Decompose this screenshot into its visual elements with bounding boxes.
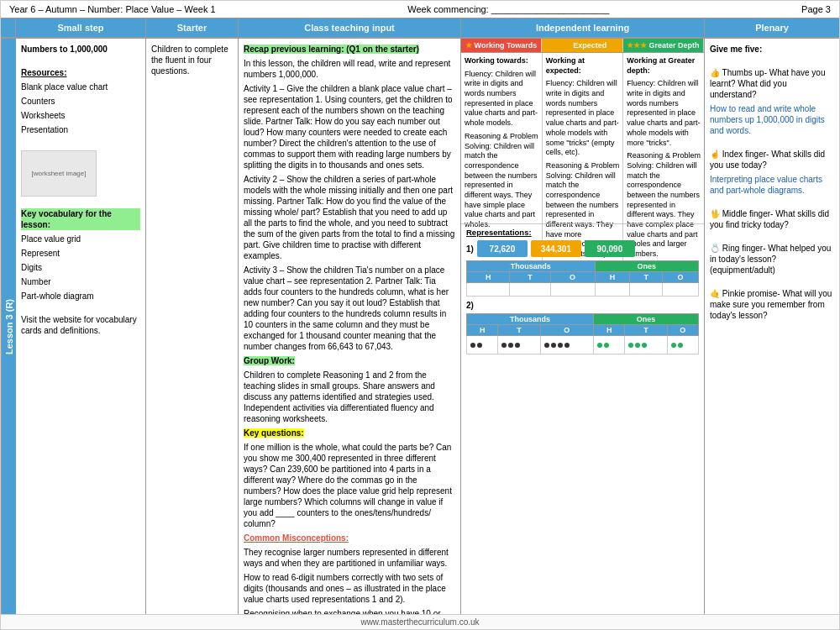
td-1 (467, 283, 510, 297)
th-O2: O (663, 272, 699, 283)
index-emoji: ☝️ (710, 150, 720, 159)
vocab-1: Place value grid (21, 234, 140, 244)
vocab-highlight: Key vocabulary for the lesson: (21, 208, 140, 230)
small-step-column: Numbers to 1,000,000 Resources: Blank pl… (16, 39, 146, 614)
col-header-plenary: Plenary (705, 18, 839, 37)
starter-column: Children to complete the fluent in four … (146, 39, 239, 614)
rep-1-val-2: 344,301 (531, 240, 581, 257)
vocab-4: Number (21, 276, 140, 287)
pinkie-emoji: 🤙 (710, 289, 720, 298)
exp-fluency: Fluency: Children will write in digits a… (546, 79, 620, 158)
key-questions-text: If one million is the whole, what could … (244, 442, 455, 529)
dot-cell-4 (593, 336, 624, 354)
teaching-activity1: Activity 1 – Give the children a blank p… (244, 83, 455, 171)
th2-T2: T (625, 325, 667, 336)
place-value-table-2: Thousands Ones H T O H T O (466, 313, 699, 354)
working-towards-header: ★ Working Towards (461, 39, 542, 52)
ring-emoji: 💍 (710, 244, 720, 253)
representations-label: Representations: (466, 228, 699, 238)
dot-cell-1 (467, 336, 498, 354)
content-row: Numbers to 1,000,000 Resources: Blank pl… (16, 39, 839, 614)
th2-O1: O (540, 325, 593, 336)
footer-url: www.masterthecurriculum.co.uk (360, 617, 479, 627)
give-five: Give me five: (710, 44, 834, 55)
col-header-teaching: Class teaching input (239, 18, 461, 37)
independent-headers: ★ Working Towards ★★ Expected ★★★ Greate… (461, 39, 704, 53)
thousands-header-2: Thousands (467, 314, 594, 325)
plenary-column: Give me five: 👍 Thumbs up- What have you… (705, 39, 839, 614)
recap-label: Recap previous learning: (Q1 on the star… (244, 45, 419, 54)
independent-column: ★ Working Towards ★★ Expected ★★★ Greate… (461, 39, 705, 614)
col-header-starter: Starter (146, 18, 239, 37)
middle-line: 🖖 Middle finger- What skills did you fin… (710, 208, 834, 230)
page-header: Year 6 – Autumn – Number: Place Value – … (1, 1, 839, 18)
page-container: Year 6 – Autumn – Number: Place Value – … (0, 0, 840, 630)
pinkie-label: Pinkie promise- What will you make sure … (710, 289, 832, 320)
resource-4: Presentation (21, 124, 140, 135)
td-5 (630, 283, 663, 297)
main-content: Lesson 3 (R) Numbers to 1,000,000 Resour… (1, 39, 839, 614)
misconceptions-label: Common Misconceptions: (244, 533, 349, 543)
index-link: Interpreting place value charts and part… (710, 174, 834, 196)
rep-1-val-3: 90,090 (585, 240, 635, 257)
dots-o-ones (671, 343, 695, 348)
index-label: Index finger- What skills did you use to… (710, 150, 825, 170)
dot-cell-3 (540, 336, 593, 354)
vocab-3: Digits (21, 262, 140, 273)
group-work-label: Group Work: (244, 356, 295, 365)
ones-header: Ones (595, 261, 698, 272)
dots-o-thousands (544, 343, 590, 348)
teaching-column: Recap previous learning: (Q1 on the star… (239, 39, 461, 614)
gd-fluency: Fluency: Children will write in digits a… (627, 79, 701, 148)
page-footer: www.masterthecurriculum.co.uk (1, 614, 839, 629)
group-work-text: Children to complete Reasoning 1 and 2 f… (244, 370, 455, 424)
worksheet-thumbnail: [worksheet image] (21, 150, 97, 197)
misconceptions-1: They recognise larger numbers represente… (244, 547, 455, 569)
th2-T1: T (498, 325, 540, 336)
td-2 (510, 283, 550, 297)
teaching-activity2: Activity 2 – Show the children a series … (244, 174, 455, 261)
dot-cell-6 (667, 336, 698, 354)
place-value-table-1: Thousands Ones H T O H T O (466, 260, 699, 297)
thumb-line: 👍 Thumbs up- What have you learnt? What … (710, 67, 834, 100)
resource-2: Counters (21, 96, 140, 107)
col-header-small-step: Small step (16, 18, 146, 37)
thumb-label: Thumbs up- What have you learnt? What di… (710, 68, 825, 99)
th2-O2: O (667, 325, 698, 336)
exp-title: Working at expected: (546, 56, 620, 76)
wt-fluency: Fluency: Children will write in digits a… (465, 70, 538, 129)
starter-text: Children to complete the fluent in four … (151, 44, 233, 76)
thumb-link: How to read and write whole numbers up 1… (710, 103, 834, 136)
td-6 (663, 283, 699, 297)
th-T2: T (630, 272, 663, 283)
th2-H1: H (467, 325, 498, 336)
lesson-label: Lesson 3 (R) (1, 39, 16, 614)
greater-depth-header: ★★★ Greater Depth (623, 39, 704, 52)
wt-reasoning: Reasoning & Problem Solving: Children wi… (465, 132, 538, 230)
dots-h-ones (597, 343, 621, 348)
misconceptions-2: How to read 6-digit numbers correctly wi… (244, 572, 455, 605)
rep-1-row: 1) 72,620 344,301 90,090 (466, 240, 699, 257)
rep-2-num: 2) (466, 301, 474, 310)
teaching-activity3: Activity 3 – Show the children Tia's num… (244, 265, 455, 352)
ring-label: Ring finger- What helped you in today's … (710, 244, 831, 275)
dot-cell-5 (625, 336, 667, 354)
resource-1: Blank place value chart (21, 81, 140, 92)
independent-top: ★ Working Towards ★★ Expected ★★★ Greate… (461, 39, 704, 223)
column-headers: Small step Starter Class teaching input … (1, 18, 839, 39)
header-page: Page 3 (801, 4, 831, 14)
thumb-emoji: 👍 (710, 68, 720, 77)
th-H2: H (595, 272, 630, 283)
wt-title: Working towards: (465, 56, 538, 66)
vocab-footer: Visit the website for vocabulary cards a… (21, 314, 140, 336)
small-step-title: Numbers to 1,000,000 (21, 44, 140, 55)
thousands-header: Thousands (467, 261, 596, 272)
pinkie-line: 🤙 Pinkie promise- What will you make sur… (710, 288, 834, 321)
ring-line: 💍 Ring finger- What helped you in today'… (710, 243, 834, 276)
dots-h-thousands (470, 343, 494, 348)
th-H1: H (467, 272, 510, 283)
teaching-intro: In this lesson, the children will read, … (244, 58, 455, 80)
th2-H2: H (593, 325, 624, 336)
vocab-2: Represent (21, 248, 140, 259)
misconceptions-3: Recognising when to exchange when you ha… (244, 608, 455, 614)
